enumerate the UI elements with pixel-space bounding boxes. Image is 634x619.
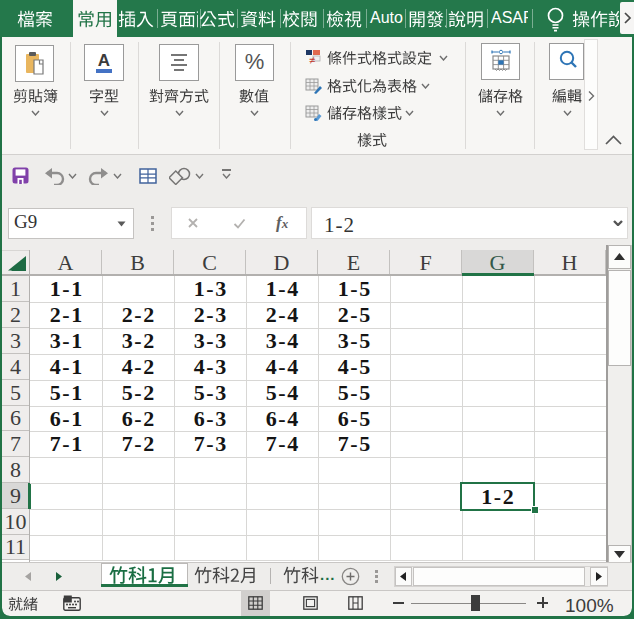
svg-text:A: A <box>98 51 110 70</box>
svg-text:≠: ≠ <box>309 54 315 65</box>
